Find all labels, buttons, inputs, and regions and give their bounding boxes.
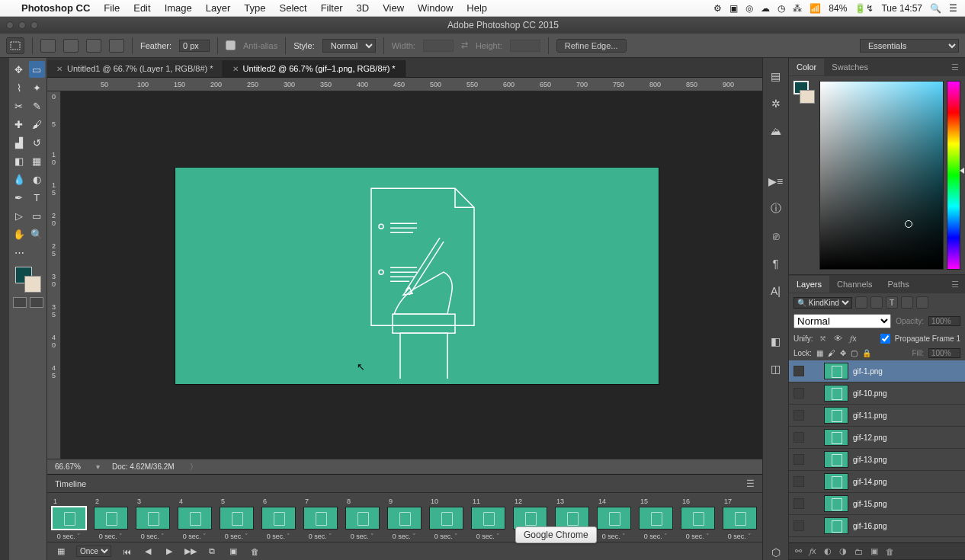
next-frame-icon[interactable]: ▶▶ [184,546,197,556]
close-icon[interactable]: ✕ [56,65,63,73]
layer-name[interactable]: gif-11.png [853,411,886,420]
layer-thumbnail[interactable] [824,385,848,402]
clone-stamp-tool-icon[interactable]: ▟ [11,134,27,151]
layer-thumbnail[interactable] [824,429,848,446]
eraser-tool-icon[interactable]: ◧ [11,152,27,169]
layer-filter-kind[interactable]: 🔍 KindKind [793,297,852,309]
standard-mode-icon[interactable] [13,297,27,308]
edit-toolbar-icon[interactable]: ⋯ [11,244,27,261]
layer-item[interactable]: gif-1.png [789,360,965,382]
menu-image[interactable]: Image [165,2,192,14]
layer-thumbnail[interactable] [824,451,848,468]
lasso-tool-icon[interactable]: ⌇ [11,79,27,96]
canvas-area[interactable]: ↖ [61,91,762,459]
frame-delay[interactable]: 0 sec. [136,530,170,540]
adjustment-layer-icon[interactable]: ◑ [839,546,847,556]
workspace-select[interactable]: Essentials [860,39,959,53]
timeline-frame[interactable]: 60 sec. [261,498,296,540]
dodge-tool-icon[interactable]: ◐ [29,171,46,187]
frame-delay[interactable]: 0 sec. [723,530,757,540]
frame-delay[interactable]: 0 sec. [94,530,128,540]
clock-text[interactable]: Tue 14:57 [881,3,922,14]
hand-tool-icon[interactable]: ✋ [11,226,27,242]
layer-thumbnail[interactable] [824,517,848,534]
layer-visibility-toggle[interactable] [793,454,804,465]
unify-visibility-icon[interactable]: 👁 [833,333,844,344]
timeline-frame[interactable]: 70 sec. [303,498,338,540]
document-tab-2[interactable]: ✕ Untitled2 @ 66.7% (gif–1.png, RGB/8#) … [223,60,406,77]
status-icon-1[interactable]: ⚙ [713,3,722,14]
frame-thumb[interactable] [345,507,380,530]
battery-icon[interactable]: 🔋↯ [854,3,874,14]
layer-thumbnail[interactable] [824,407,848,424]
creative-cloud-icon[interactable]: ◎ [745,3,753,14]
frame-delay[interactable]: 0 sec. [597,530,631,540]
layer-name[interactable]: gif-10.png [853,389,886,398]
timeline-frame[interactable]: 100 sec. [429,498,463,540]
layer-name[interactable]: gif-13.png [853,456,886,464]
menu-type[interactable]: Type [244,2,265,14]
filter-adjust-icon[interactable] [870,296,883,309]
menu-file[interactable]: File [104,2,120,14]
selection-subtract-button[interactable] [86,39,101,53]
quickmask-mode-icon[interactable] [30,297,43,308]
new-layer-icon[interactable]: ▣ [870,546,878,556]
layer-mask-icon[interactable]: ◐ [824,546,832,556]
color-bg-swatch[interactable] [800,90,815,104]
frame-thumb[interactable] [471,507,505,530]
close-icon[interactable]: ✕ [232,65,239,73]
frame-delay[interactable]: 0 sec. [303,530,338,540]
hue-slider[interactable] [947,81,960,270]
frame-thumb[interactable] [681,507,715,530]
menu-view[interactable]: View [383,2,404,14]
styles-panel-icon[interactable]: ◫ [768,361,784,376]
layer-item[interactable]: gif-15.png [789,493,965,515]
group-icon[interactable]: 🗀 [854,547,863,556]
zoom-tool-icon[interactable]: 🔍 [29,226,46,242]
frame-delay[interactable]: 0 sec. [639,530,673,540]
filter-smart-icon[interactable] [916,296,928,309]
filter-pixel-icon[interactable] [855,296,867,309]
frame-thumb[interactable] [597,507,631,530]
3d-panel-icon[interactable]: ⬡ [768,545,784,560]
frame-thumb[interactable] [220,507,254,530]
healing-brush-tool-icon[interactable]: ✚ [11,116,27,133]
properties-panel-icon[interactable]: ⎚ [768,229,784,244]
status-icon-2[interactable]: ▣ [729,3,738,14]
layer-visibility-toggle[interactable] [793,432,804,443]
frame-thumb[interactable] [94,507,128,530]
layer-name[interactable]: gif-16.png [853,522,886,530]
blur-tool-icon[interactable]: 💧 [11,171,27,187]
unify-position-icon[interactable]: ⤱ [818,333,829,344]
lock-all-icon[interactable]: 🔒 [862,349,871,357]
document-tab-1[interactable]: ✕ Untitled1 @ 66.7% (Layer 1, RGB/8#) * [47,60,223,77]
timeline-frame[interactable]: 20 sec. [94,498,128,540]
doc-size[interactable]: Doc: 4.62M/36.2M [112,462,175,471]
frame-thumb[interactable] [723,507,757,530]
selection-intersect-button[interactable] [109,39,124,53]
tool-indicator-marquee-icon[interactable] [6,37,24,54]
brush-tool-icon[interactable]: 🖌 [29,116,46,133]
path-selection-tool-icon[interactable]: ▷ [11,207,27,224]
frame-delay[interactable]: 0 sec. [387,530,422,540]
pen-tool-icon[interactable]: ✒ [11,189,27,206]
layer-visibility-toggle[interactable] [793,498,804,509]
wifi-icon[interactable]: 📶 [810,3,821,14]
menu-3d[interactable]: 3D [357,2,370,14]
menu-layer[interactable]: Layer [206,2,231,14]
frame-delay[interactable]: 0 sec. [220,530,254,540]
timeline-frame[interactable]: 140 sec. [597,498,631,540]
menu-window[interactable]: Window [418,2,453,14]
layer-visibility-toggle[interactable] [793,366,804,376]
tab-layers[interactable]: Layers [789,276,829,293]
layer-thumbnail[interactable] [824,473,848,490]
battery-percent[interactable]: 84% [829,3,847,14]
timeline-frame[interactable]: 10 sec. [52,498,86,540]
crop-tool-icon[interactable]: ✂ [11,98,27,114]
doc-info-chevron-icon[interactable]: 〉 [190,462,197,472]
layer-thumbnail[interactable] [824,363,848,379]
info-panel-icon[interactable]: ⓘ [768,201,784,216]
link-layers-icon[interactable]: ⚯ [795,546,802,556]
paragraph-panel-icon[interactable]: ¶ [768,256,784,271]
history-panel-icon[interactable]: ▤ [768,69,784,84]
